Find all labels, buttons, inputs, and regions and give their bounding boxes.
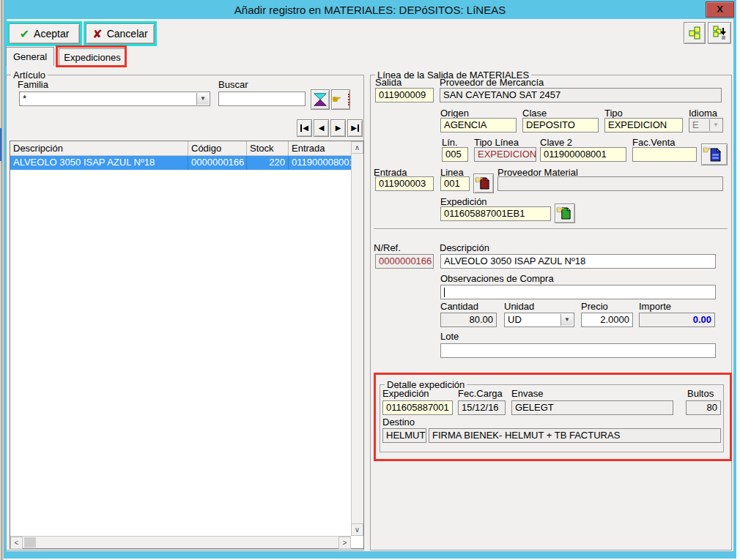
last-record-icon: ▶ [351, 124, 359, 132]
check-icon: ✔ [20, 27, 29, 41]
importe-field: 0.00 [639, 313, 715, 327]
scroll-up-icon[interactable]: ∧ [351, 141, 363, 154]
scrollbar-thumb[interactable] [24, 537, 36, 548]
expedicion-input[interactable]: 011605887001EB1 [440, 206, 551, 221]
next-record-icon: ▶ [336, 124, 341, 132]
nref-label: N/Ref. [374, 242, 401, 253]
idioma-label: Idioma [689, 108, 717, 119]
precio-label: Precio [581, 301, 608, 312]
descripcion-label: Descripción [440, 242, 489, 253]
unidad-value: UD [508, 314, 522, 325]
clave2-label: Clave 2 [540, 137, 572, 148]
idioma-combobox: E ▼ [689, 118, 723, 132]
cancel-button-label: Cancelar [107, 28, 148, 40]
cell-stock: 220 [247, 156, 289, 170]
lin-input[interactable]: 005 [442, 147, 468, 162]
text-caret [444, 288, 445, 297]
nav-prev-button[interactable]: ◀ [314, 119, 329, 137]
lote-label: Lote [440, 331, 459, 342]
detalle-expedicion-label: Expedición [382, 388, 429, 399]
window-title: Añadir registro en MATERIALES: DEPóSITOS… [4, 4, 736, 16]
header-entrada[interactable]: Entrada [289, 141, 351, 155]
header-stock[interactable]: Stock [247, 141, 289, 155]
table-header-row: Descripción Código Stock Entrada [10, 141, 351, 156]
tipo-label: Tipo [604, 108, 623, 119]
cancel-button[interactable]: ✘ Cancelar [86, 23, 155, 44]
buscar-label: Buscar [218, 79, 248, 90]
descripcion-input[interactable]: ALVEOLO 3050 ISAP AZUL Nº18 [440, 254, 716, 269]
tab-general-label: General [13, 51, 47, 62]
table-row[interactable]: ALVEOLO 3050 ISAP AZUL Nº18 0000000166 2… [10, 156, 351, 170]
cascade-records-button[interactable] [684, 22, 706, 44]
tab-expediciones[interactable]: Expediciones [59, 48, 126, 65]
cell-descripcion: ALVEOLO 3050 ISAP AZUL Nº18 [10, 156, 188, 170]
filter-toggle-button[interactable] [311, 89, 330, 110]
pointing-hand-icon: ☛ [475, 175, 484, 184]
background-window-edge [1, 0, 2, 560]
familia-combobox[interactable]: * ▼ [19, 92, 210, 106]
vertical-scrollbar[interactable]: ∧ ∨ [351, 141, 363, 536]
proveedor-mercancia-label: Proveedor de Mercancía [440, 77, 544, 88]
fec-carga-field: 15/12/16 [458, 400, 506, 415]
x-icon: ✘ [92, 27, 102, 41]
fac-venta-lookup-button[interactable]: ☛ [701, 143, 728, 165]
fac-venta-label: Fac.Venta [632, 137, 676, 148]
dropdown-arrow-icon[interactable]: ▼ [560, 314, 573, 326]
header-descripcion[interactable]: Descripción [10, 141, 188, 155]
familia-label: Familia [18, 79, 48, 90]
dropdown-arrow-icon: ▼ [709, 119, 722, 131]
tab-general[interactable]: General [6, 47, 54, 66]
nav-last-button[interactable]: ▶ [347, 119, 363, 137]
envase-field: GELEGT [511, 400, 673, 415]
cell-entrada: 011900008001 [289, 156, 351, 170]
select-article-button[interactable]: ☛ [331, 89, 350, 110]
linea-input[interactable]: 001 [440, 176, 470, 191]
pointing-hand-icon: ☛ [556, 205, 565, 214]
scroll-down-icon[interactable]: ∨ [351, 523, 363, 536]
header-codigo[interactable]: Código [188, 141, 247, 155]
bultos-field: 80 [686, 400, 721, 415]
entrada-input[interactable]: 011900003 [375, 176, 434, 191]
fac-venta-input[interactable] [632, 147, 697, 162]
precio-input[interactable]: 2.0000 [581, 313, 633, 327]
scroll-left-icon[interactable]: < [10, 537, 23, 549]
linea-lookup-button[interactable]: ☛ [473, 173, 494, 193]
clave2-input[interactable]: 011900008001 [540, 147, 626, 162]
cantidad-field: 80.00 [440, 313, 497, 327]
close-button[interactable]: X [706, 1, 734, 18]
proveedor-material-field [497, 176, 723, 191]
unidad-combobox[interactable]: UD ▼ [504, 313, 574, 327]
cell-codigo: 0000000166 [188, 156, 247, 170]
detalle-expedicion-input[interactable]: 011605887001 [382, 400, 453, 415]
lin-label: Lín. [442, 137, 458, 148]
destino-label: Destino [382, 417, 415, 428]
background-window-accent [0, 128, 1, 161]
unidad-label: Unidad [504, 301, 534, 312]
nav-next-button[interactable]: ▶ [330, 119, 346, 137]
salida-input[interactable]: 011900009 [375, 88, 434, 102]
origen-input[interactable]: AGENCIA [440, 118, 517, 132]
cascade-down-button[interactable] [708, 22, 731, 44]
tab-expediciones-label: Expediciones [64, 52, 120, 63]
origen-label: Origen [440, 108, 469, 119]
buscar-input[interactable] [218, 92, 306, 106]
accept-button[interactable]: ✔ Aceptar [9, 23, 80, 44]
pointing-hand-icon: ☛ [332, 93, 341, 106]
observaciones-input[interactable] [440, 285, 716, 299]
accept-button-label: Aceptar [34, 28, 69, 40]
idioma-value: E [692, 119, 699, 130]
lote-input[interactable] [440, 343, 716, 358]
dropdown-arrow-icon[interactable]: ▼ [196, 93, 209, 105]
articles-table: Descripción Código Stock Entrada ALVEOLO… [10, 141, 364, 549]
tipo-input[interactable]: EXPEDICION [604, 118, 683, 132]
nav-first-button[interactable]: ◀ [297, 119, 312, 137]
expedicion-lookup-button[interactable]: ☛ [555, 204, 575, 223]
cascade-down-icon [712, 26, 727, 40]
expedicion-label: Expedición [440, 196, 487, 207]
scroll-right-icon[interactable]: > [338, 537, 351, 549]
destino-name-field: FIRMA BIENEK- HELMUT + TB FACTURAS [429, 428, 721, 443]
clase-input[interactable]: DEPOSITO [522, 118, 599, 132]
horizontal-scrollbar[interactable]: < > [10, 536, 351, 548]
dialog-window: Añadir registro en MATERIALES: DEPóSITOS… [0, 0, 740, 560]
cascade-icon [688, 26, 701, 40]
